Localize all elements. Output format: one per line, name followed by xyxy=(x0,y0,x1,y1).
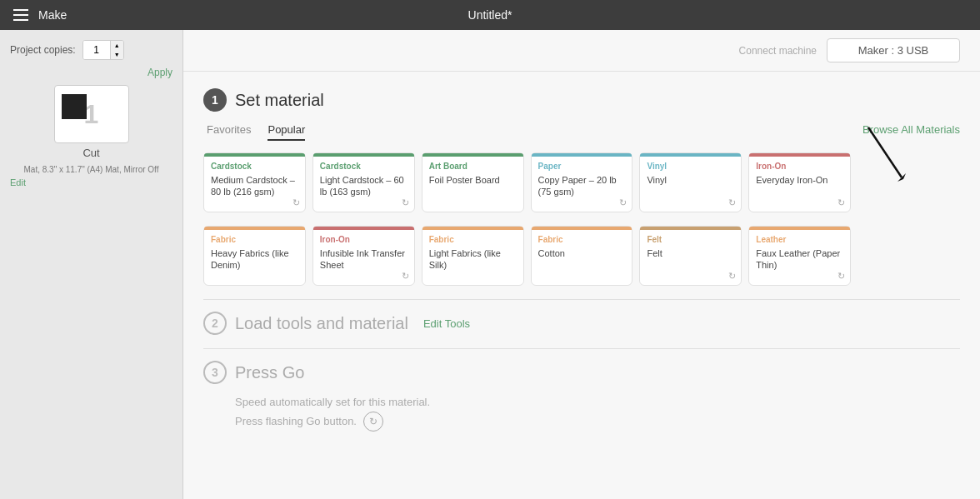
copies-arrows: ▲ ▼ xyxy=(110,41,123,59)
card-type: Fabric xyxy=(211,235,298,244)
refresh-icon[interactable]: ↻ xyxy=(838,197,845,208)
copies-down-button[interactable]: ▼ xyxy=(110,50,123,59)
step2-title: Load tools and material xyxy=(235,314,408,333)
card-name: Infusible Ink Transfer Sheet xyxy=(320,247,408,278)
material-card-vinyl[interactable]: Vinyl Vinyl ↻ xyxy=(639,152,742,212)
tabs-area: Favorites Popular Browse All Materials xyxy=(203,123,960,141)
material-card-empty2 xyxy=(858,226,960,286)
step2-section: 2 Load tools and material Edit Tools xyxy=(203,299,960,335)
app-header: Make Untitled* xyxy=(0,0,980,30)
tab-popular[interactable]: Popular xyxy=(268,123,305,141)
card-name: Cotton xyxy=(538,247,626,278)
refresh-icon[interactable]: ↻ xyxy=(402,271,409,282)
material-card-leather-faux[interactable]: Leather Faux Leather (Paper Thin) ↻ xyxy=(748,226,851,286)
machine-button[interactable]: Maker : 3 USB xyxy=(827,38,960,62)
step3-number: 3 xyxy=(203,361,227,384)
card-type: Leather xyxy=(756,235,843,244)
menu-icon[interactable] xyxy=(13,9,28,21)
step1-header: 1 Set material xyxy=(203,88,960,112)
main-content: 1 Set material Favorites Popular Browse … xyxy=(183,72,980,499)
edit-tools-button[interactable]: Edit Tools xyxy=(423,317,470,330)
material-tabs: Favorites Popular xyxy=(203,123,960,141)
card-name: Copy Paper – 20 lb (75 gsm) xyxy=(538,174,626,205)
step1-title: Set material xyxy=(235,91,324,110)
refresh-icon[interactable]: ↻ xyxy=(728,197,736,208)
step3-title: Press Go xyxy=(235,363,304,382)
step1-section: 1 Set material Favorites Popular Browse … xyxy=(203,88,960,286)
top-bar: Connect machine Maker : 3 USB xyxy=(183,30,980,72)
browse-all-button[interactable]: Browse All Materials xyxy=(862,123,960,136)
go-icon: ↻ xyxy=(363,412,383,432)
material-card-empty1 xyxy=(858,152,960,212)
material-card-cardstock-light[interactable]: Cardstock Light Cardstock – 60 lb (163 g… xyxy=(312,152,415,212)
refresh-icon[interactable]: ↻ xyxy=(728,271,736,282)
material-grid-row1: Cardstock Medium Cardstock – 80 lb (216 … xyxy=(203,152,960,212)
refresh-icon[interactable]: ↻ xyxy=(402,197,409,208)
material-card-cardstock-medium[interactable]: Cardstock Medium Cardstock – 80 lb (216 … xyxy=(203,152,306,212)
cut-label: Cut xyxy=(10,147,172,159)
card-name: Faux Leather (Paper Thin) xyxy=(756,247,843,278)
step1-number: 1 xyxy=(203,88,227,112)
mat-black-square xyxy=(62,94,87,119)
project-copies-row: Project copies: ▲ ▼ xyxy=(10,40,172,60)
material-grid-row2: Fabric Heavy Fabrics (like Denim) Iron-O… xyxy=(203,226,960,286)
material-card-paper[interactable]: Paper Copy Paper – 20 lb (75 gsm) ↻ xyxy=(531,152,633,212)
card-type: Paper xyxy=(538,162,626,171)
card-type: Cardstock xyxy=(211,162,298,171)
step3-sub2: Press flashing Go button. ↻ xyxy=(235,412,960,432)
material-card-fabric-heavy[interactable]: Fabric Heavy Fabrics (like Denim) xyxy=(203,226,306,286)
card-type: Fabric xyxy=(429,235,517,244)
material-card-ironon-infusible[interactable]: Iron-On Infusible Ink Transfer Sheet ↻ xyxy=(312,226,415,286)
card-type: Vinyl xyxy=(647,162,734,171)
mat-info: Mat, 8.3" x 11.7" (A4) Mat, Mirror Off xyxy=(10,164,172,176)
apply-button[interactable]: Apply xyxy=(148,67,172,78)
card-name: Light Fabrics (like Silk) xyxy=(429,247,517,278)
card-type: Art Board xyxy=(429,162,517,171)
card-type: Felt xyxy=(647,235,734,244)
refresh-icon[interactable]: ↻ xyxy=(838,271,845,282)
project-copies-label: Project copies: xyxy=(10,44,76,56)
connect-label: Connect machine xyxy=(739,45,817,57)
card-type: Iron-On xyxy=(320,235,408,244)
mat-preview: 1 xyxy=(54,85,129,143)
card-name: Light Cardstock – 60 lb (163 gsm) xyxy=(320,174,408,205)
app-title: Make xyxy=(38,8,67,22)
step2-header: 2 Load tools and material Edit Tools xyxy=(203,312,960,335)
material-card-felt[interactable]: Felt Felt ↻ xyxy=(639,226,742,286)
card-name: Heavy Fabrics (like Denim) xyxy=(211,247,298,278)
material-card-fabric-cotton[interactable]: Fabric Cotton xyxy=(531,226,633,286)
copies-up-button[interactable]: ▲ xyxy=(110,41,123,50)
refresh-icon[interactable]: ↻ xyxy=(619,197,627,208)
material-card-artboard[interactable]: Art Board Foil Poster Board xyxy=(422,152,524,212)
card-name: Medium Cardstock – 80 lb (216 gsm) xyxy=(211,174,298,205)
copies-input[interactable] xyxy=(83,41,110,59)
document-title: Untitled* xyxy=(468,8,512,22)
card-name: Everyday Iron-On xyxy=(756,174,843,205)
card-name: Foil Poster Board xyxy=(429,174,517,205)
card-name: Vinyl xyxy=(647,174,734,205)
card-type: Cardstock xyxy=(320,162,408,171)
step2-number: 2 xyxy=(203,312,227,335)
material-card-ironon-everyday[interactable]: Iron-On Everyday Iron-On ↻ xyxy=(748,152,851,212)
edit-mat-button[interactable]: Edit xyxy=(10,177,26,187)
main-layout: Project copies: ▲ ▼ Apply 1 Cut Mat, 8.3… xyxy=(0,30,980,499)
copies-input-wrap: ▲ ▼ xyxy=(82,40,124,60)
step3-sub1: Speed automatically set for this materia… xyxy=(235,396,960,408)
material-card-fabric-light[interactable]: Fabric Light Fabrics (like Silk) xyxy=(422,226,524,286)
step3-header: 3 Press Go xyxy=(203,361,960,384)
tab-favorites[interactable]: Favorites xyxy=(207,123,251,141)
card-type: Iron-On xyxy=(756,162,843,171)
card-type: Fabric xyxy=(538,235,626,244)
step3-section: 3 Press Go Speed automatically set for t… xyxy=(203,348,960,432)
card-name: Felt xyxy=(647,247,734,278)
main-wrapper: Connect machine Maker : 3 USB 1 Set mate… xyxy=(183,30,980,499)
refresh-icon[interactable]: ↻ xyxy=(292,197,300,208)
sidebar: Project copies: ▲ ▼ Apply 1 Cut Mat, 8.3… xyxy=(0,30,183,499)
